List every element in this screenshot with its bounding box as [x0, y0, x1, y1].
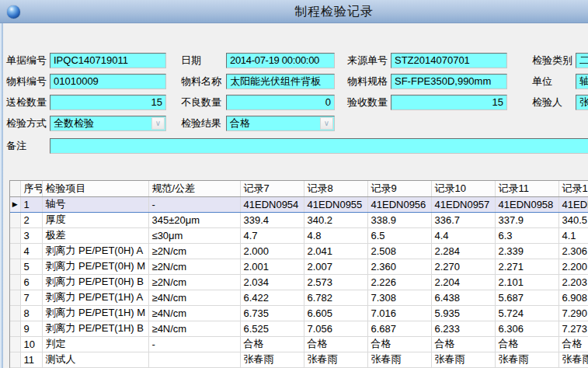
table-row[interactable]: 7剥离力 PE/PET(1H) A≥4N/cm6.4226.7827.3086.… — [10, 290, 588, 305]
grid-cell[interactable]: 41EDN0956 — [367, 196, 431, 212]
grid-cell[interactable]: 3 — [20, 227, 42, 243]
table-row[interactable]: ▶1轴号-41EDN095441EDN095541EDN095641EDN095… — [10, 196, 588, 212]
unit-field[interactable]: 轴 — [576, 74, 588, 89]
grid-cell[interactable]: 张春雨 — [495, 352, 558, 367]
row-selector[interactable]: ▶ — [10, 196, 20, 212]
grid-cell[interactable]: 6.782 — [304, 290, 367, 305]
grid-cell[interactable]: 6.908 — [558, 290, 588, 305]
grid-cell[interactable]: 2.200 — [558, 259, 588, 274]
chevron-down-icon[interactable]: ∨ — [320, 117, 333, 130]
chevron-down-icon[interactable]: ∨ — [151, 117, 165, 130]
grid-cell[interactable]: 6.5 — [367, 227, 431, 243]
grid-cell[interactable]: 4.1 — [558, 227, 588, 243]
material-spec-field[interactable]: SF-FPE350D,990mm — [391, 74, 507, 89]
grid-cell[interactable]: 41EDN0959 — [558, 196, 588, 212]
grid-cell[interactable]: 6.233 — [431, 321, 495, 336]
grid-cell[interactable]: ≥4N/cm — [148, 321, 240, 336]
grid-cell[interactable]: 合格 — [304, 336, 367, 352]
date-field[interactable]: 2014-07-19 00:00:00 — [226, 53, 335, 68]
grid-cell[interactable]: 6.422 — [240, 290, 304, 305]
grid-cell[interactable]: - — [148, 336, 240, 352]
grid-cell[interactable]: 340.5 — [558, 212, 588, 227]
row-selector[interactable] — [10, 259, 20, 274]
row-selector[interactable] — [10, 321, 20, 336]
grid-cell[interactable]: 345±20μm — [148, 212, 240, 227]
grid-cell[interactable]: 5.724 — [495, 305, 558, 321]
grid-cell[interactable]: 7.016 — [367, 305, 431, 321]
grid-cell[interactable]: 2.306 — [558, 243, 588, 259]
row-selector[interactable] — [10, 227, 20, 243]
grid-cell[interactable]: 6.438 — [431, 290, 495, 305]
grid-cell[interactable]: 剥离力 PE/PET(0H) A — [42, 243, 148, 259]
grid-cell[interactable]: 41EDN0954 — [240, 196, 304, 212]
grid-cell[interactable]: - — [148, 196, 240, 212]
grid-cell[interactable]: 2.204 — [431, 274, 495, 290]
source-order-no-field[interactable]: STZ2014070701 — [391, 53, 507, 68]
grid-cell[interactable]: ≥2N/cm — [148, 259, 240, 274]
grid-cell[interactable]: 剥离力 PE/PET(1H) M — [42, 305, 148, 321]
grid-cell[interactable]: 2.339 — [495, 243, 558, 259]
grid-cell[interactable]: 2 — [20, 212, 42, 227]
grid-cell[interactable]: 7.056 — [304, 321, 367, 336]
titlebar[interactable]: 制程检验记录 — [0, 0, 588, 23]
table-row[interactable]: 9剥离力 PE/PET(1H) B≥4N/cm6.5257.0566.6876.… — [10, 321, 588, 336]
grid-cell[interactable]: ≥4N/cm — [148, 305, 240, 321]
grid-cell[interactable]: 张春雨 — [367, 352, 431, 367]
row-selector[interactable] — [10, 274, 20, 290]
grid-cell[interactable]: 剥离力 PE/PET(1H) A — [42, 290, 148, 305]
grid-cell[interactable]: 6.735 — [240, 305, 304, 321]
grid-cell[interactable]: 7.290 — [558, 305, 588, 321]
grid-cell[interactable]: 2.007 — [304, 259, 367, 274]
grid-cell[interactable]: 5.687 — [495, 290, 558, 305]
grid-cell[interactable]: 合格 — [240, 336, 304, 352]
grid-cell[interactable]: 张春雨 — [558, 352, 588, 367]
grid-cell[interactable]: 336.7 — [431, 212, 495, 227]
grid-cell[interactable]: 剥离力 PE/PET(1H) B — [42, 321, 148, 336]
table-row[interactable]: 2厚度345±20μm339.4340.2338.9336.7337.9340.… — [10, 212, 588, 227]
table-row[interactable]: 5剥离力 PE/PET(0H) M≥2N/cm2.0012.0072.3602.… — [10, 259, 588, 274]
grid-cell[interactable]: 8 — [20, 305, 42, 321]
grid-cell[interactable]: 合格 — [431, 336, 495, 352]
grid-cell[interactable]: 剥离力 PE/PET(0H) M — [42, 259, 148, 274]
grid-cell[interactable]: 极差 — [42, 227, 148, 243]
grid-cell[interactable]: 6 — [20, 274, 42, 290]
grid-cell[interactable]: 2.203 — [558, 274, 588, 290]
grid-cell[interactable]: 41EDN0957 — [431, 196, 495, 212]
grid-cell[interactable]: 合格 — [495, 336, 558, 352]
grid-cell[interactable]: 2.360 — [367, 259, 431, 274]
grid-cell[interactable]: 5.935 — [431, 305, 495, 321]
table-row[interactable]: 4剥离力 PE/PET(0H) A≥2N/cm2.0002.0412.5082.… — [10, 243, 588, 259]
grid-cell[interactable]: 2.041 — [304, 243, 367, 259]
grid-cell[interactable]: 2.573 — [304, 274, 367, 290]
grid-cell[interactable]: ≥4N/cm — [148, 290, 240, 305]
grid-cell[interactable]: 6.605 — [304, 305, 367, 321]
row-selector[interactable] — [10, 305, 20, 321]
grid-cell[interactable]: 2.001 — [240, 259, 304, 274]
row-selector[interactable] — [10, 336, 20, 352]
material-no-field[interactable]: 01010009 — [50, 74, 166, 89]
grid-cell[interactable]: 2.284 — [431, 243, 495, 259]
grid-cell[interactable]: 2.508 — [367, 243, 431, 259]
grid-cell[interactable]: ≥2N/cm — [148, 243, 240, 259]
material-name-field[interactable]: 太阳能光伏组件背板 — [226, 74, 335, 89]
grid-cell[interactable]: 337.9 — [495, 212, 558, 227]
grid-cell[interactable]: 张春雨 — [431, 352, 495, 367]
grid-cell[interactable]: 41EDN0958 — [495, 196, 558, 212]
grid-cell[interactable]: 4 — [20, 243, 42, 259]
grid-cell[interactable]: 2.270 — [431, 259, 495, 274]
inspector-field[interactable]: 张 — [576, 95, 588, 110]
grid-cell[interactable]: ≤30μm — [148, 227, 240, 243]
defective-qty-field[interactable]: 0 — [226, 95, 335, 110]
inspect-method-select[interactable]: 全数检验 ∨ — [50, 116, 166, 131]
grid-cell[interactable]: 7 — [20, 290, 42, 305]
grid-cell[interactable]: 2.226 — [367, 274, 431, 290]
grid-cell[interactable]: 7.273 — [558, 321, 588, 336]
grid-cell[interactable]: 41EDN0955 — [304, 196, 367, 212]
grid-cell[interactable]: 2.101 — [495, 274, 558, 290]
remarks-field[interactable] — [50, 138, 588, 154]
grid-cell[interactable]: 6.3 — [495, 227, 558, 243]
grid-cell[interactable]: 张春雨 — [240, 352, 304, 367]
grid-cell[interactable]: 合格 — [367, 336, 431, 352]
grid-cell[interactable]: 轴号 — [42, 196, 148, 212]
grid-cell[interactable]: 339.4 — [240, 212, 304, 227]
